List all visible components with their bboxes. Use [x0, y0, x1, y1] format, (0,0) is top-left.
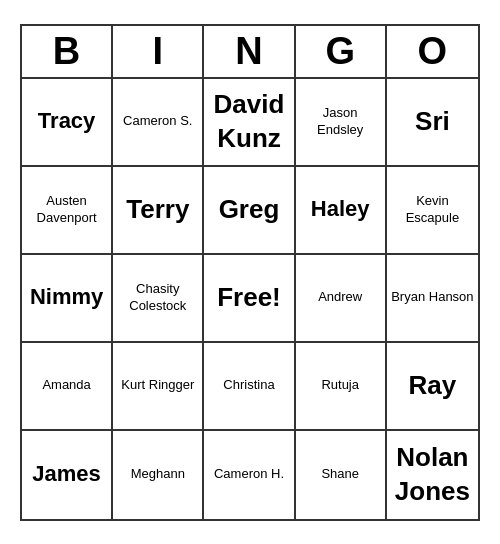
header-letter: O [387, 26, 478, 77]
header-letter: N [204, 26, 295, 77]
cell-label: Kevin Escapule [391, 193, 474, 227]
bingo-cell: Rutuja [296, 343, 387, 431]
bingo-cell: Nolan Jones [387, 431, 478, 519]
bingo-cell: Shane [296, 431, 387, 519]
bingo-cell: David Kunz [204, 79, 295, 167]
cell-label: Kurt Ringger [121, 377, 194, 394]
bingo-grid: TracyCameron S.David KunzJason EndsleySr… [22, 79, 478, 519]
cell-label: Tracy [38, 107, 96, 136]
bingo-card: BINGO TracyCameron S.David KunzJason End… [20, 24, 480, 521]
cell-label: Andrew [318, 289, 362, 306]
cell-label: Cameron H. [214, 466, 284, 483]
bingo-cell: Jason Endsley [296, 79, 387, 167]
cell-label: Nolan Jones [391, 441, 474, 509]
cell-label: Haley [311, 195, 370, 224]
bingo-cell: Christina [204, 343, 295, 431]
bingo-cell: Free! [204, 255, 295, 343]
header-letter: G [296, 26, 387, 77]
bingo-cell: Austen Davenport [22, 167, 113, 255]
cell-label: David Kunz [208, 88, 289, 156]
header-letter: I [113, 26, 204, 77]
bingo-cell: Andrew [296, 255, 387, 343]
cell-label: Cameron S. [123, 113, 192, 130]
cell-label: Bryan Hanson [391, 289, 473, 306]
cell-label: Sri [415, 105, 450, 139]
cell-label: Shane [321, 466, 359, 483]
cell-label: Jason Endsley [300, 105, 381, 139]
bingo-cell: Sri [387, 79, 478, 167]
bingo-cell: Tracy [22, 79, 113, 167]
bingo-cell: Amanda [22, 343, 113, 431]
cell-label: Nimmy [30, 283, 103, 312]
bingo-cell: Haley [296, 167, 387, 255]
cell-label: Rutuja [321, 377, 359, 394]
cell-label: Austen Davenport [26, 193, 107, 227]
bingo-cell: Terry [113, 167, 204, 255]
bingo-cell: Greg [204, 167, 295, 255]
cell-label: James [32, 460, 101, 489]
cell-label: Meghann [131, 466, 185, 483]
bingo-cell: Chasity Colestock [113, 255, 204, 343]
cell-label: Terry [126, 193, 189, 227]
header-letter: B [22, 26, 113, 77]
cell-label: Christina [223, 377, 274, 394]
cell-label: Chasity Colestock [117, 281, 198, 315]
bingo-cell: Bryan Hanson [387, 255, 478, 343]
bingo-cell: James [22, 431, 113, 519]
cell-label: Ray [409, 369, 457, 403]
bingo-cell: Kevin Escapule [387, 167, 478, 255]
cell-label: Greg [219, 193, 280, 227]
bingo-cell: Cameron S. [113, 79, 204, 167]
bingo-cell: Cameron H. [204, 431, 295, 519]
bingo-cell: Ray [387, 343, 478, 431]
bingo-cell: Nimmy [22, 255, 113, 343]
cell-label: Free! [217, 281, 281, 315]
bingo-cell: Kurt Ringger [113, 343, 204, 431]
bingo-cell: Meghann [113, 431, 204, 519]
cell-label: Amanda [42, 377, 90, 394]
bingo-header: BINGO [22, 26, 478, 79]
